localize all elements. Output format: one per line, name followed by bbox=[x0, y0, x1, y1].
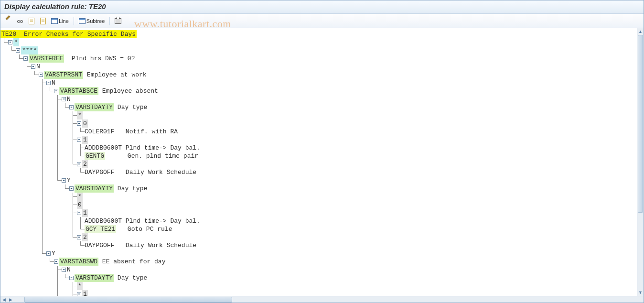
collapse-icon[interactable] bbox=[77, 121, 81, 126]
tree-branch-n[interactable]: N bbox=[0, 95, 637, 103]
tree-op-varstdayty[interactable]: VARSTDAYTY Day type bbox=[0, 184, 637, 193]
scroll-right-icon[interactable]: ▶ bbox=[8, 297, 13, 303]
collapse-icon[interactable] bbox=[46, 251, 51, 256]
document-expand-icon bbox=[29, 18, 34, 24]
tree-op-varstprsnt[interactable]: VARSTPRSNT Employee at work bbox=[0, 71, 637, 79]
tree-view: TE20 Error Checks for Specific Days * **… bbox=[0, 28, 637, 296]
tree-branch-1[interactable]: 1 bbox=[0, 209, 637, 217]
tree-leaf[interactable]: * bbox=[0, 282, 637, 290]
collapse-icon[interactable] bbox=[69, 276, 74, 280]
tree-op-varstdayty[interactable]: VARSTDAYTY Day type bbox=[0, 274, 637, 282]
tree-op-coler01f[interactable]: COLER01F Notif. with RA bbox=[0, 128, 637, 136]
doc-collapse-button[interactable] bbox=[38, 16, 48, 26]
toolbar-divider bbox=[74, 17, 74, 25]
tree-leaf[interactable]: * bbox=[0, 111, 637, 119]
collapse-icon[interactable] bbox=[77, 292, 81, 296]
tree-op-adddb[interactable]: ADDDB0600T Plnd time-> Day bal. bbox=[0, 144, 637, 152]
collapse-icon[interactable] bbox=[54, 260, 58, 264]
tree-op-varstabsce[interactable]: VARSTABSCE Employee absent bbox=[0, 87, 637, 95]
scrollbar-track[interactable] bbox=[14, 297, 644, 303]
tree-op-varstabswd[interactable]: VARSTABSWD EE absent for day bbox=[0, 258, 637, 266]
tree-branch-1[interactable]: 1 bbox=[0, 290, 637, 296]
glasses-icon bbox=[17, 18, 23, 24]
display-button[interactable] bbox=[15, 16, 25, 26]
print-button[interactable] bbox=[113, 16, 123, 26]
tree-branch-1[interactable]: 1 bbox=[0, 136, 637, 144]
line-label: Line bbox=[59, 18, 69, 24]
collapse-icon[interactable] bbox=[39, 73, 43, 77]
scroll-down-icon[interactable]: ▼ bbox=[638, 290, 644, 295]
subtree-label: Subtree bbox=[86, 18, 105, 24]
collapse-icon[interactable] bbox=[77, 138, 81, 142]
collapse-icon[interactable] bbox=[77, 211, 81, 215]
collapse-icon[interactable] bbox=[8, 40, 12, 44]
tree-op-varstdayty[interactable]: VARSTDAYTY Day type bbox=[0, 103, 637, 111]
tree-op-daypgoff[interactable]: DAYPGOFF Daily Work Schedule bbox=[0, 168, 637, 176]
collapse-icon[interactable] bbox=[77, 162, 81, 166]
collapse-icon[interactable] bbox=[46, 81, 51, 85]
tree-branch-n[interactable]: N bbox=[0, 63, 637, 71]
doc-expand-button[interactable] bbox=[26, 16, 37, 26]
tree-root[interactable]: TE20 Error Checks for Specific Days bbox=[0, 30, 637, 38]
tree-branch-n[interactable]: N bbox=[0, 79, 637, 87]
tree-branch-y[interactable]: Y bbox=[0, 249, 637, 258]
pencil-icon bbox=[5, 18, 12, 24]
edit-button[interactable] bbox=[3, 16, 14, 26]
tree-branch-0[interactable]: 0 bbox=[0, 119, 637, 128]
horizontal-scrollbar[interactable]: ◀ ▶ bbox=[0, 296, 644, 303]
tree-op-adddb[interactable]: ADDDB0600T Plnd time-> Day bal. bbox=[0, 217, 637, 225]
tree-op-daypgoff[interactable]: DAYPGOFF Daily Work Schedule bbox=[0, 241, 637, 249]
collapse-icon[interactable] bbox=[23, 56, 28, 61]
table-icon bbox=[79, 18, 86, 24]
table-icon bbox=[51, 18, 58, 24]
collapse-icon[interactable] bbox=[54, 89, 58, 93]
vertical-scrollbar[interactable]: ▲ ▼ bbox=[637, 28, 644, 296]
tree-op-gentg[interactable]: GENTG Gen. plnd time pair bbox=[0, 152, 637, 160]
collapse-icon[interactable] bbox=[62, 268, 66, 272]
tree-branch-2[interactable]: 2 bbox=[0, 160, 637, 168]
window-title-bar: Display calculation rule: TE20 bbox=[0, 0, 644, 14]
tree-node-star[interactable]: * bbox=[0, 38, 637, 46]
toolbar-divider bbox=[109, 17, 110, 25]
page-title: Display calculation rule: TE20 bbox=[4, 2, 106, 11]
scrollbar-thumb[interactable] bbox=[638, 35, 643, 213]
tree-branch-n[interactable]: N bbox=[0, 266, 637, 274]
collapse-icon[interactable] bbox=[62, 178, 66, 183]
collapse-icon[interactable] bbox=[77, 235, 81, 239]
document-collapse-icon bbox=[40, 18, 46, 24]
scroll-left-icon[interactable]: ◀ bbox=[1, 297, 7, 303]
line-button[interactable]: Line bbox=[49, 16, 71, 26]
tree-branch-y[interactable]: Y bbox=[0, 176, 637, 184]
collapse-icon[interactable] bbox=[69, 105, 74, 109]
content-area: TE20 Error Checks for Specific Days * **… bbox=[0, 28, 644, 296]
tree-branch-2[interactable]: 2 bbox=[0, 233, 637, 241]
scroll-up-icon[interactable]: ▲ bbox=[638, 29, 644, 34]
tree-op-gcy[interactable]: GCY TE21 Goto PC rule bbox=[0, 225, 637, 233]
scrollbar-thumb[interactable] bbox=[24, 297, 232, 303]
collapse-icon[interactable] bbox=[62, 97, 66, 101]
tree-leaf[interactable]: 0 bbox=[0, 201, 637, 209]
subtree-button[interactable]: Subtree bbox=[77, 16, 107, 26]
scrollbar-track[interactable] bbox=[637, 35, 644, 289]
tree-op-varstfree[interactable]: VARSTFREE Plnd hrs DWS = 0? bbox=[0, 54, 637, 63]
print-icon bbox=[115, 18, 121, 24]
collapse-icon[interactable] bbox=[16, 48, 20, 53]
tree-leaf[interactable]: * bbox=[0, 193, 637, 201]
tree-node-stars[interactable]: **** bbox=[0, 46, 637, 54]
collapse-icon[interactable] bbox=[69, 186, 74, 191]
collapse-icon[interactable] bbox=[31, 65, 35, 69]
toolbar: Line Subtree bbox=[0, 14, 644, 28]
